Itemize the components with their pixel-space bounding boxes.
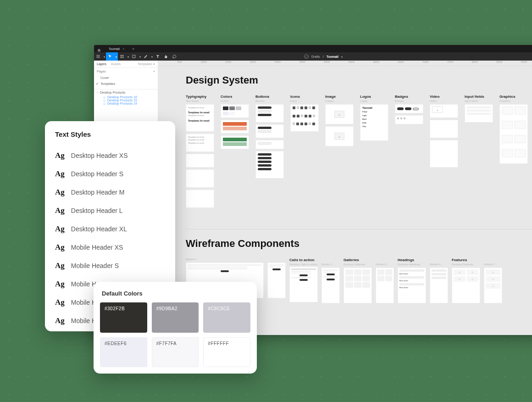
ag-glyph: Ag: [55, 316, 65, 325]
shape-tool[interactable]: [130, 52, 138, 61]
text-style-item[interactable]: AgDesktop Header XS: [55, 146, 165, 165]
ag-glyph: Ag: [55, 169, 65, 179]
tab-layers[interactable]: Layers: [97, 62, 106, 66]
pen-tool[interactable]: [142, 52, 150, 61]
wf-spacer: [267, 258, 286, 303]
section-title-wireframe: Wireframe Components: [186, 238, 532, 250]
tab-assets[interactable]: Assets: [111, 62, 121, 66]
col-sub: Images: [325, 100, 354, 102]
frame-thumbnail[interactable]: Templates for email Templates for email …: [186, 104, 214, 132]
frame-thumbnail[interactable]: [255, 151, 284, 179]
swatch: [229, 106, 235, 110]
pages-label: Pages: [97, 70, 106, 73]
frame-thumbnail[interactable]: Block headerBlock headerBlock header: [398, 268, 426, 303]
frame-thumbnail[interactable]: [186, 169, 214, 188]
frame-thumbnail[interactable]: ◎◎◎◎: [452, 268, 480, 303]
comment-tool[interactable]: [170, 52, 178, 61]
svg-rect-3: [133, 55, 135, 58]
text-style-item[interactable]: AgDesktop Header L: [55, 201, 165, 220]
layer-item[interactable]: ◇Desktop Products 15: [94, 99, 158, 102]
frame-thumbnail[interactable]: [221, 104, 249, 118]
text-tool[interactable]: [154, 52, 162, 61]
menu-chevron-icon[interactable]: ▾: [102, 55, 106, 58]
frame-thumbnail[interactable]: ◎◎◎: [484, 268, 502, 303]
frame-thumbnail[interactable]: Teemail Filled Light Bold Italic Thin: [360, 104, 388, 141]
pen-chevron-icon[interactable]: ▾: [150, 55, 154, 58]
ag-glyph: Ag: [55, 206, 65, 215]
shape-chevron-icon[interactable]: ▾: [138, 55, 142, 58]
image-placeholder-icon: ▲: [334, 133, 344, 140]
frame-thumbnail[interactable]: [321, 268, 340, 303]
text-style-item[interactable]: AgDesktop Header S: [55, 165, 165, 183]
ruler-tick: 6500: [380, 61, 405, 66]
col-head: Calls to action: [289, 258, 318, 262]
frame-thumbnail[interactable]: [255, 140, 284, 149]
color-swatch[interactable]: #F7F7FA: [152, 337, 199, 368]
frame-thumbnail[interactable]: [290, 104, 319, 132]
chevron-down-icon[interactable]: ▾: [341, 55, 343, 58]
frame-thumbnail[interactable]: Templates for email Templates for email …: [186, 134, 214, 152]
move-chevron-icon[interactable]: ▾: [114, 52, 118, 61]
default-colors-panel[interactable]: Default Colors #302F2B #9D9BA2 #C8C6CE #…: [94, 282, 257, 374]
tab-templates[interactable]: Templates▾: [138, 62, 155, 66]
add-page-button[interactable]: +: [153, 70, 155, 73]
close-tab-icon[interactable]: ×: [122, 47, 125, 51]
text-style-item[interactable]: AgMobile Header XS: [55, 238, 165, 257]
frame-tool[interactable]: [118, 52, 126, 61]
frame-thumbnail[interactable]: [465, 104, 493, 123]
frame-thumbnail[interactable]: [430, 268, 448, 303]
frame-thumbnail[interactable]: ▸: [430, 104, 458, 118]
component-icon: ◇: [103, 95, 105, 99]
frame-thumbnail[interactable]: [344, 268, 372, 303]
frame-chevron-icon[interactable]: ▾: [126, 55, 130, 58]
breadcrumb: ◯ Drafts / Toomail ▾: [304, 54, 343, 59]
text-style-item[interactable]: AgMobile Header S: [55, 257, 165, 275]
text-style-item[interactable]: AgDesktop Header M: [55, 183, 165, 201]
layer-item[interactable]: ◇Desktop Products 10: [94, 95, 158, 99]
col-galleries-mobile: Mobile G…: [376, 258, 394, 303]
layer-root[interactable]: ⌗ Desktop Products: [94, 89, 158, 95]
color-swatch[interactable]: #EDEEF6: [100, 337, 147, 368]
home-icon[interactable]: [97, 46, 101, 51]
frame-thumbnail[interactable]: [221, 120, 249, 134]
text-style-item[interactable]: AgDesktop Header XL: [55, 220, 165, 238]
frame-thumbnail[interactable]: [289, 267, 318, 302]
frame-thumbnail[interactable]: [267, 262, 286, 298]
page-item[interactable]: Cover: [94, 75, 158, 81]
component-icon: ◇: [103, 102, 105, 105]
frame-thumbnail[interactable]: [430, 120, 458, 138]
frame-thumbnail[interactable]: [395, 115, 423, 124]
frame-thumbnail[interactable]: [376, 268, 394, 303]
col-sub: Badges: [395, 100, 423, 102]
new-tab-button[interactable]: +: [132, 46, 135, 51]
frame-thumbnail[interactable]: [186, 190, 214, 208]
breadcrumb-file[interactable]: Toomail: [327, 55, 338, 58]
frame-thumbnail[interactable]: ▲: [325, 126, 354, 146]
color-swatch[interactable]: #C8C6CE: [203, 302, 250, 333]
frame-thumbnail[interactable]: [430, 140, 458, 168]
frame-thumbnail[interactable]: [255, 104, 284, 123]
main-menu-button[interactable]: [94, 52, 102, 61]
ruler-tick: 7500: [429, 61, 454, 66]
move-tool[interactable]: [106, 52, 114, 61]
frame-thumbnail[interactable]: [221, 135, 249, 149]
frame-thumbnail[interactable]: [186, 154, 214, 168]
color-swatch[interactable]: #FFFFFF: [203, 337, 250, 368]
hand-tool[interactable]: [162, 52, 170, 61]
layer-item[interactable]: ◇Desktop Products 14: [94, 102, 158, 105]
frame-thumbnail[interactable]: [395, 104, 423, 113]
user-avatar-icon[interactable]: ◯: [304, 54, 309, 59]
color-swatch[interactable]: #302F2B: [100, 302, 147, 333]
frame-thumbnail[interactable]: ▲: [325, 104, 354, 124]
file-tab[interactable]: Toomail ×: [105, 46, 128, 52]
page-item-active[interactable]: Templates: [94, 81, 158, 87]
col-buttons: Buttons Buttons: [255, 95, 284, 208]
frame-thumbnail[interactable]: [499, 104, 528, 164]
section-divider: [186, 229, 532, 229]
color-swatch[interactable]: #9D9BA2: [152, 302, 199, 333]
frame-thumbnail[interactable]: [255, 124, 284, 138]
swatch: [223, 122, 247, 126]
breadcrumb-folder[interactable]: Drafts: [311, 55, 320, 58]
ruler-tick: 8000: [454, 61, 479, 66]
col-sub: Video: [430, 100, 458, 102]
